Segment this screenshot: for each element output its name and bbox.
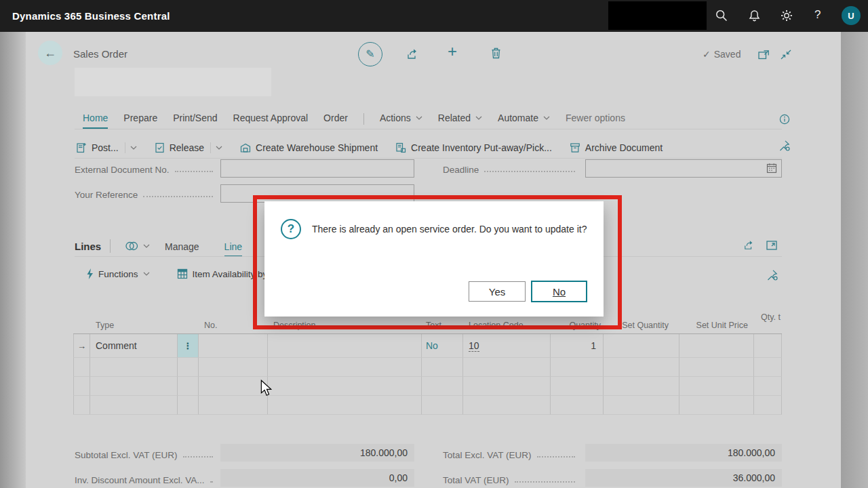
column-header-set-unit-price[interactable]: Set Unit Price [679,308,754,333]
open-in-new-window-icon[interactable] [758,49,770,60]
inventory-putaway-icon [395,142,406,153]
table-row [73,358,782,377]
cell-no[interactable] [199,334,268,358]
subtotal-value: 180.000,00 [220,444,414,462]
collapse-icon[interactable] [781,49,791,60]
back-button[interactable]: ← [38,41,62,65]
chevron-down-icon [143,272,150,276]
cell-text[interactable]: No [422,334,463,358]
left-margin [0,32,26,488]
column-header-type[interactable]: Type [90,308,178,333]
show-options-circles-icon[interactable] [125,241,150,251]
menu-automate[interactable]: Automate [498,113,550,129]
lightning-icon [86,268,94,279]
chevron-down-icon [416,116,422,120]
chevron-down-icon [543,116,550,120]
card-header-area [75,68,271,96]
total-vat-label: Total VAT (EUR) [443,473,580,485]
yes-button[interactable]: Yes [469,281,526,302]
inv-discount-value: 0,00 [220,469,414,487]
lines-toolbar: Functions Item Availability by [86,268,267,279]
table-row [73,377,782,396]
tab-request-approval[interactable]: Request Approval [233,113,309,129]
release-button[interactable]: Release [155,142,222,153]
pin-icon[interactable] [766,269,778,281]
save-status: ✓ Saved [703,49,741,60]
tab-print-send[interactable]: Print/Send [173,113,217,129]
warehouse-shipment-icon [240,142,251,153]
chevron-down-icon [130,146,137,150]
tabs-divider-line [75,129,782,129]
info-icon[interactable] [779,114,790,125]
tab-order[interactable]: Order [323,113,348,129]
help-icon[interactable]: ? [814,8,821,22]
archive-document-button[interactable]: Archive Document [570,142,663,153]
calendar-icon[interactable] [766,163,836,174]
total-excl-vat-label: Total Excl. VAT (EUR) [443,448,580,460]
your-reference-field-label: Your Reference [75,188,218,200]
pin-icon[interactable] [778,140,790,151]
lines-tab-manage[interactable]: Manage [165,241,199,257]
expand-icon[interactable] [766,240,777,250]
chevron-down-icon [143,244,150,248]
external-document-no-input[interactable] [220,159,414,178]
check-icon: ✓ [703,49,711,60]
notifications-bell-icon[interactable] [749,9,760,22]
app-window: Dynamics 365 Business Central [0,0,868,488]
topbar: Dynamics 365 Business Central [0,0,868,32]
lines-tab-line[interactable]: Line [224,241,242,257]
row-selector-arrow[interactable]: → [73,334,90,358]
chevron-down-icon [475,116,482,120]
grid-table-icon [177,268,188,279]
right-margin [841,32,868,488]
action-bar: Post... Release Create Warehouse Shipmen… [76,137,663,159]
tab-prepare[interactable]: Prepare [123,113,157,129]
dialog-message: There is already an open service order. … [312,224,587,235]
column-header-qty-to[interactable]: Qty. t [754,308,782,333]
cell-set-unit-price[interactable] [679,334,754,358]
no-button[interactable]: No [531,281,587,302]
functions-menu[interactable]: Functions [86,268,150,279]
create-inventory-putaway-button[interactable]: Create Inventory Put-away/Pick... [395,142,552,153]
post-button[interactable]: Post... [76,142,137,153]
page-title: Sales Order [73,48,127,60]
row-menu-dots-icon[interactable]: ⋮ [178,334,199,358]
menu-actions[interactable]: Actions [380,113,422,129]
fewer-options[interactable]: Fewer options [566,113,625,129]
save-status-label: Saved [714,49,741,60]
cell-quantity[interactable]: 1 [551,334,604,358]
create-warehouse-shipment-button[interactable]: Create Warehouse Shipment [240,142,378,153]
share-icon[interactable] [743,240,755,250]
deadline-input[interactable] [585,159,782,178]
cell-description[interactable] [268,334,422,358]
edit-pencil-icon[interactable]: ✎ [358,42,382,66]
menu-related[interactable]: Related [438,113,482,129]
total-excl-vat-value: 180.000,00 [585,444,782,462]
lines-divider [110,239,111,253]
share-icon[interactable] [406,48,419,60]
cell-type[interactable]: Comment [90,334,178,358]
lines-section-title: Lines [75,241,101,252]
app-title: Dynamics 365 Business Central [12,0,170,32]
ribbon-tab-bar: Home Prepare Print/Send Request Approval… [83,113,625,129]
settings-gear-icon[interactable] [781,9,793,22]
table-row: → Comment ⋮ No 10 1 [73,334,782,358]
post-icon [76,142,87,153]
cell-set-quantity[interactable] [604,334,679,358]
cell-qty-to[interactable] [754,334,782,358]
confirm-dialog: ? There is already an open service order… [264,201,604,317]
user-avatar[interactable]: U [842,6,861,25]
tab-divider [363,113,364,125]
cell-location-code[interactable]: 10 [463,334,551,358]
release-icon [155,142,165,153]
tab-home[interactable]: Home [83,113,108,129]
redacted-area [608,1,707,30]
archive-icon [570,142,580,153]
table-row [73,396,782,415]
delete-trash-icon[interactable] [491,47,501,59]
new-plus-icon[interactable]: + [448,42,457,61]
subtotal-label: Subtotal Excl. VAT (EUR) [75,448,218,460]
search-icon[interactable] [715,9,728,22]
external-document-no-field-label: External Document No. [75,163,218,175]
deadline-field-label: Deadline [443,163,580,175]
